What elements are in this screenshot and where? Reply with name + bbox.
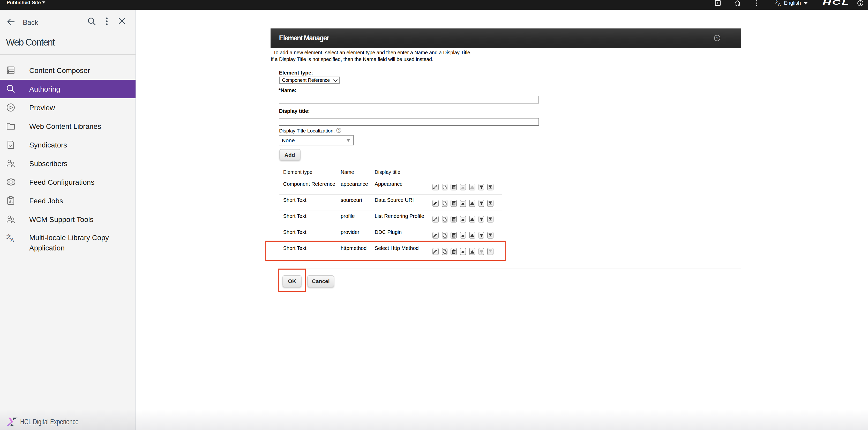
svg-text:A: A — [10, 237, 14, 243]
svg-text:A: A — [778, 2, 781, 6]
svg-text:?: ? — [338, 129, 340, 132]
svg-text:?: ? — [716, 36, 718, 40]
